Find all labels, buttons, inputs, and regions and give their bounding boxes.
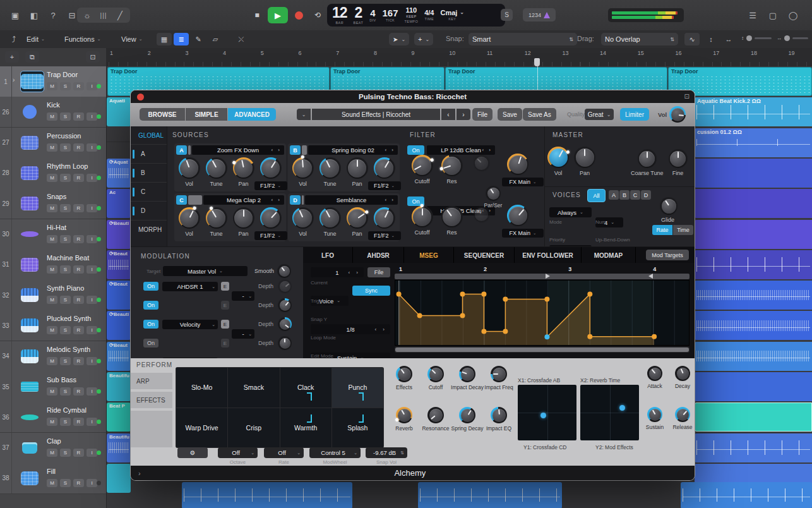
track-s-button[interactable]: S [60,112,71,121]
mseg-point[interactable] [503,329,508,334]
sustain-knob[interactable] [647,407,662,422]
mod-tab-modmap[interactable]: MODMAP [582,247,636,263]
save-as-button[interactable]: Save As [523,108,556,121]
pan-knob[interactable] [574,147,595,168]
track-s-button[interactable]: S [60,82,71,90]
track-row-snaps[interactable]: 29SnapsMSRI [0,188,106,219]
pad-crisp[interactable]: Crisp [228,408,279,448]
knob-knob[interactable] [474,155,490,171]
left-region-sliver[interactable]: Ac [107,189,131,218]
mod-row-1-source-menu[interactable]: AHDSR 1⌄ [162,282,218,291]
mseg-point[interactable] [481,291,486,296]
track-i-button[interactable]: I [87,174,97,182]
track-row-sub-bass[interactable]: 35Sub BassMSRI [0,372,106,402]
mod-target-menu[interactable]: Master Vol⌄ [163,266,248,276]
cutoff-knob[interactable] [412,206,433,227]
left-region-sliver[interactable]: ⟳Beaut [107,342,131,371]
cutoff-knob[interactable] [427,366,444,382]
track-m-button[interactable]: M [47,449,57,457]
grid-view-icon[interactable]: ▦ [157,33,172,45]
track-row-clap[interactable]: 37ClapMSRI [0,433,106,464]
voice-group-a[interactable]: A [609,190,619,200]
track-i-button[interactable]: I [87,326,97,334]
editors-icon[interactable]: ╱ [112,9,128,21]
release-knob[interactable] [675,407,690,422]
track-i-button[interactable]: I [87,204,97,212]
bottom-region[interactable] [418,482,562,508]
prev-next-icons[interactable]: ‹ › [482,147,493,153]
mod-tab-sequencer[interactable]: SEQUENCER [454,247,515,263]
limiter-button[interactable]: Limiter [620,108,649,121]
loop-browser-icon[interactable]: ◯ [785,9,801,21]
coarse-tune-knob[interactable] [638,149,657,168]
waveform-zoom-icon[interactable]: ∿ [684,33,700,45]
track-i-button[interactable]: I [87,449,97,457]
impact-eq-knob[interactable] [491,407,507,423]
track-s-button[interactable]: S [60,174,71,182]
plugin-title-bar[interactable]: Pulsing Techno Bass: Ricochet ⊡ [131,90,695,103]
knob-knob[interactable] [278,279,292,293]
cutoff-knob[interactable] [412,155,433,176]
track-r-button[interactable]: R [73,387,84,396]
track-row-machine-beat[interactable]: 31Machine BeatMSRI [0,250,106,281]
tab-simple[interactable]: SIMPLE [186,108,227,121]
mod-row-2-source-menu[interactable]: Velocity⌄ [162,320,218,329]
track-i-button[interactable]: I [87,418,97,426]
spring-decay-knob[interactable] [459,407,475,423]
track-s-button[interactable]: S [60,449,71,457]
loop-start-marker[interactable] [546,274,550,279]
vertical-zoom-slider[interactable]: ↕ [741,35,772,41]
mod-tab-ahdsr[interactable]: AHDSR [353,247,404,263]
right-region-row[interactable] [695,220,812,249]
track-m-button[interactable]: M [47,235,57,243]
track-row-synth-piano[interactable]: 32Synth PianoMSRI [0,280,106,311]
voice-group-c[interactable]: C [630,190,640,200]
add-track-button[interactable]: + [5,51,19,63]
impact-decay-knob[interactable] [459,366,475,382]
window-mode-icon[interactable]: ⊡ [684,93,690,100]
list-view-icon[interactable]: ≣ [174,33,189,45]
track-m-button[interactable]: M [47,357,57,365]
left-region-sliver[interactable]: Aquati [107,97,131,126]
smart-controls-icon[interactable]: ☼ [80,9,95,21]
left-region-sliver[interactable]: ⟳Beauti [107,311,131,340]
help-icon[interactable]: ? [45,9,61,21]
resonance-knob[interactable] [427,407,444,423]
file-button[interactable]: File [472,108,493,121]
lcd-time-signature[interactable]: 4/4TIME [424,9,434,21]
track-s-button[interactable]: S [60,143,71,152]
pad-slo-mo[interactable]: Slo-Mo [176,368,227,408]
track-i-button[interactable]: I [87,112,97,121]
close-window-button[interactable] [137,94,144,100]
mod-tab-mseg[interactable]: MSEG [404,247,454,263]
catch-playhead-icon[interactable]: ⤴ [6,33,21,45]
flex-tool-icon[interactable]: ⤬ [234,33,249,45]
track-i-button[interactable]: I [87,82,97,90]
pad-clack[interactable]: Clack [280,368,331,408]
mseg-point[interactable] [460,291,465,296]
track-s-button[interactable]: S [60,479,71,487]
mod-row-3-on-button[interactable]: On [143,320,158,329]
tab-advanced[interactable]: ADVANCED [228,108,276,121]
par-ser-knob[interactable] [486,186,501,201]
track-m-button[interactable]: M [47,112,57,121]
lcd-key[interactable]: Cmaj⌄KEY [440,9,464,21]
left-region-sliver[interactable]: ⟳Beaut [107,281,131,310]
track-row-ride-cymbal[interactable]: 36Ride CymbalMSRI [0,402,106,433]
right-region-row[interactable]: cussion 01.2 ΩΩ [695,128,812,157]
left-region-sliver[interactable]: Beat P [107,402,131,432]
mseg-point[interactable] [587,291,592,296]
reverb-knob[interactable] [396,407,412,423]
knob-knob[interactable] [669,106,686,123]
mixer-icon[interactable]: ||| [96,9,111,21]
prev-preset-button[interactable]: ‹ [441,109,455,120]
knob-knob[interactable] [507,205,528,226]
horizontal-auto-zoom-icon[interactable]: ↔ [721,33,736,45]
tab-effects[interactable]: EFFECTS [131,392,172,409]
snap-menu[interactable]: Smart⇅ [469,33,577,45]
track-r-button[interactable]: R [73,326,84,334]
menu-view[interactable]: View⌄ [121,33,143,45]
right-region-row[interactable]: Aquatic Beat Kick.2 ΩΩ [695,97,812,126]
drag-menu[interactable]: No Overlap⇅ [601,33,678,45]
horizontal-zoom-slider[interactable]: ↔ [777,35,808,41]
